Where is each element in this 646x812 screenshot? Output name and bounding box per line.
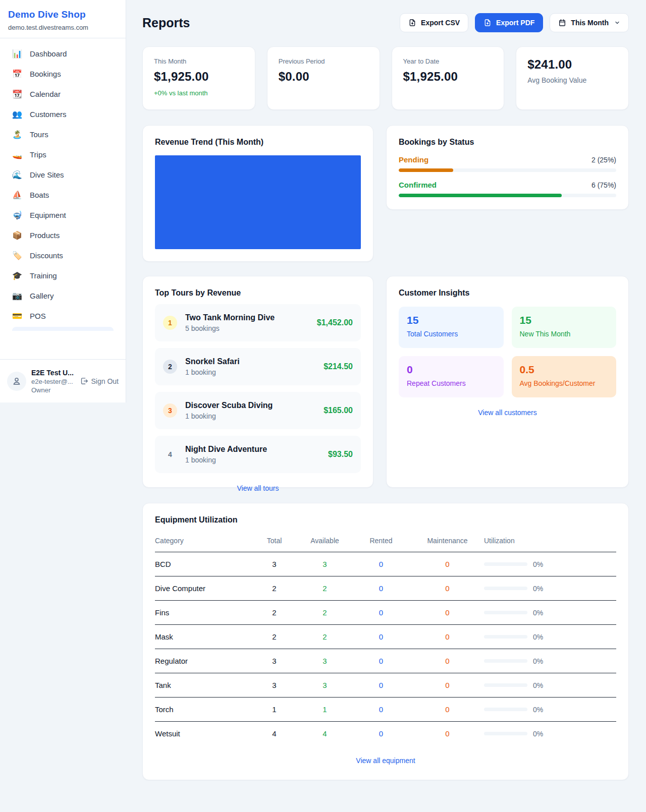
cell-utilization: 0% [484,576,616,601]
status-bar-fill [399,168,453,172]
tour-amount: $214.50 [324,362,353,371]
utilization-bar [484,562,527,566]
sidebar-item-training[interactable]: 🎓 Training [6,266,120,285]
cell-available: 3 [298,673,351,698]
cell-maintenance: 0 [411,625,484,649]
cell-utilization: 0% [484,625,616,649]
col-maintenance: Maintenance [411,532,484,552]
period-dropdown[interactable]: This Month [550,13,629,32]
cell-utilization: 0% [484,649,616,673]
sidebar-item-calendar[interactable]: 📆 Calendar [6,85,120,103]
status-count: 2 (25%) [591,156,616,164]
sidebar-item-label: Gallery [30,292,54,300]
training-icon: 🎓 [12,271,22,280]
cell-total: 1 [250,698,298,722]
utilization-bar [484,708,527,711]
cell-available: 3 [298,552,351,576]
tours-icon: 🏝️ [12,130,22,139]
cell-rented: 0 [351,576,411,601]
status-label: Confirmed [399,181,437,189]
sidebar-item-tours[interactable]: 🏝️ Tours [6,125,120,144]
sidebar-item-dashboard[interactable]: 📊 Dashboard [6,44,120,63]
cell-rented: 0 [351,649,411,673]
table-row: Torch 1 1 0 0 0% [155,698,616,722]
sidebar-item-equipment[interactable]: 🤿 Equipment [6,206,120,224]
sidebar: Demo Dive Shop demo.test.divestreams.com… [0,0,126,402]
sidebar-item-dive-sites[interactable]: 🌊 Dive Sites [6,165,120,184]
tile-total-customers: 15 Total Customers [399,307,504,348]
tile-avg-bookings: 0.5 Avg Bookings/Customer [512,356,617,397]
user-panel: E2E Test U... e2e-tester@... Owner Sign … [0,359,126,402]
sidebar-item-bookings[interactable]: 📅 Bookings [6,65,120,83]
sidebar-item-reports-partial[interactable] [12,327,114,331]
products-icon: 📦 [12,230,22,240]
cell-available: 2 [298,601,351,625]
cell-utilization: 0% [484,673,616,698]
table-row: Mask 2 2 0 0 0% [155,625,616,649]
sidebar-item-label: Customers [30,110,67,119]
utilization-bar [484,732,527,735]
sidebar-item-label: Bookings [30,70,61,78]
cell-rented: 0 [351,722,411,746]
cell-rented: 0 [351,601,411,625]
sidebar-item-products[interactable]: 📦 Products [6,226,120,245]
cell-rented: 0 [351,673,411,698]
sidebar-item-label: Products [30,231,60,240]
stats-row: This Month $1,925.00 +0% vs last month P… [142,46,629,110]
cell-available: 2 [298,576,351,601]
rank-badge: 2 [163,360,177,374]
bookings-icon: 📅 [12,69,22,79]
view-all-equipment-link[interactable]: View all equipment [155,757,616,765]
logout-icon [80,377,88,385]
view-all-customers-link[interactable]: View all customers [399,409,616,417]
tile-value: 15 [520,314,609,326]
sidebar-item-gallery[interactable]: 📷 Gallery [6,286,120,305]
view-all-tours-link[interactable]: View all tours [155,484,361,492]
file-download-icon [483,19,492,27]
export-csv-button[interactable]: Export CSV [400,13,468,32]
export-pdf-button[interactable]: Export PDF [475,13,543,32]
stat-value: $1,925.00 [403,70,493,84]
utilization-bar [484,635,527,639]
equipment-table-header: Category Total Available Rented Maintena… [155,532,616,552]
cell-category: Dive Computer [155,576,250,601]
cell-category: Tank [155,673,250,698]
sidebar-item-label: Dive Sites [30,170,64,179]
col-utilization: Utilization [484,532,616,552]
table-row: Regulator 3 3 0 0 0% [155,649,616,673]
tour-row: 4 Night Dive Adventure 1 booking $93.50 [155,436,361,473]
user-info: E2E Test U... e2e-tester@... Owner [31,369,75,394]
customers-icon: 👥 [12,109,22,119]
sign-out-button[interactable]: Sign Out [80,377,119,385]
sidebar-item-boats[interactable]: ⛵ Boats [6,186,120,204]
sidebar-item-trips[interactable]: 🚤 Trips [6,145,120,164]
utilization-bar [484,683,527,687]
sidebar-item-label: Training [30,271,57,280]
cell-maintenance: 0 [411,698,484,722]
page-title: Reports [142,16,190,30]
rank-badge: 3 [163,403,177,418]
top-tours-panel: Top Tours by Revenue 1 Two Tank Morning … [142,276,373,488]
tour-bookings: 1 booking [185,368,240,376]
discounts-icon: 🏷️ [12,251,22,260]
boats-icon: ⛵ [12,190,22,200]
tour-amount: $93.50 [328,450,353,459]
col-rented: Rented [351,532,411,552]
user-role: Owner [31,386,75,394]
cell-maintenance: 0 [411,649,484,673]
sidebar-nav: 📊 Dashboard 📅 Bookings 📆 Calendar 👥 Cust… [0,38,126,359]
cell-maintenance: 0 [411,722,484,746]
equipment-table: Category Total Available Rented Maintena… [155,532,616,745]
stat-card-avg-booking-value: $241.00 Avg Booking Value [516,46,629,110]
tour-amount: $1,452.00 [317,318,353,327]
sidebar-item-pos[interactable]: 💳 POS [6,307,120,325]
col-total: Total [250,532,298,552]
export-pdf-label: Export PDF [496,19,534,27]
sidebar-item-customers[interactable]: 👥 Customers [6,105,120,124]
cell-available: 2 [298,625,351,649]
header-actions: Export CSV Export PDF This Month [400,13,629,32]
sidebar-item-discounts[interactable]: 🏷️ Discounts [6,246,120,265]
status-bar-fill [399,194,562,197]
top-tours-title: Top Tours by Revenue [155,288,361,298]
cell-maintenance: 0 [411,601,484,625]
